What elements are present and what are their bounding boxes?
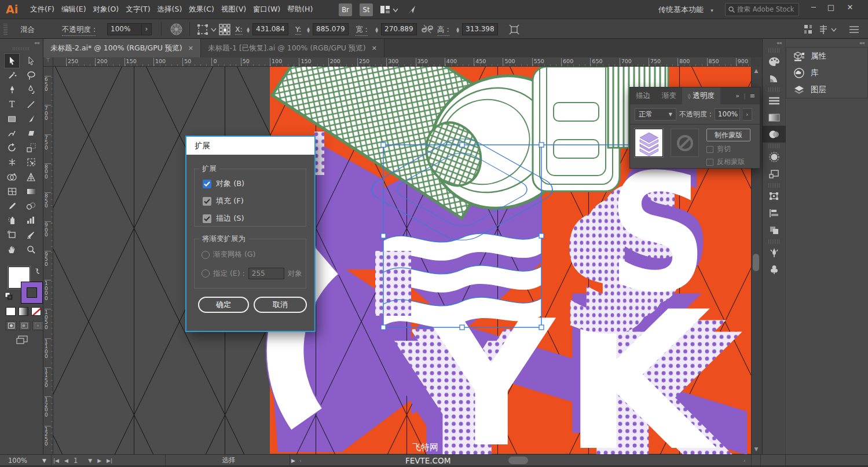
document-tab-1[interactable]: 未标题-2.ai* @ 100% (RGB/GPU 预览)✕	[43, 39, 201, 57]
perspective-grid-tool[interactable]	[24, 170, 38, 184]
free-transform-tool[interactable]	[24, 155, 38, 169]
width-tool[interactable]	[5, 155, 19, 169]
rotate-tool[interactable]	[5, 141, 19, 155]
y-field[interactable]: 885.079	[313, 23, 349, 35]
x-stepper[interactable]: ▲▼	[246, 23, 251, 35]
menu-help[interactable]: 帮助(H)	[287, 5, 313, 14]
scroll-down-icon[interactable]: ▼	[752, 446, 761, 452]
next-artboard-icon[interactable]: ▶	[97, 458, 101, 464]
pathfinder-panel-icon[interactable]	[763, 221, 786, 238]
panel-overflow-icon[interactable]: »	[735, 92, 739, 100]
width-stepper[interactable]: ▲▼	[374, 23, 379, 35]
x-label[interactable]: X:	[235, 25, 243, 35]
menu-list-icon[interactable]	[849, 24, 859, 37]
artboard-number-select[interactable]: 1▼	[74, 457, 92, 465]
eyedropper-tool[interactable]	[5, 199, 19, 213]
height-label[interactable]: 高 :	[437, 25, 449, 36]
opacity-label[interactable]: 不透明度 :	[62, 25, 96, 36]
tools-collapse-icon[interactable]: ««	[0, 39, 43, 47]
color-mode-button[interactable]	[6, 307, 16, 316]
type-tool[interactable]: T	[5, 97, 19, 111]
vertical-scroll-thumb[interactable]	[753, 254, 759, 271]
stroke-checkbox[interactable]	[203, 214, 211, 223]
menu-file[interactable]: 文件(F)	[30, 5, 54, 14]
mesh-tool[interactable]	[5, 184, 19, 198]
bridge-button[interactable]: Br	[339, 3, 352, 16]
align-panel-strip-icon[interactable]	[763, 205, 786, 221]
stroke-panel-icon[interactable]	[763, 92, 786, 109]
menu-object[interactable]: 对象(O)	[93, 5, 119, 14]
curvature-tool[interactable]	[24, 83, 38, 97]
reference-point-icon[interactable]	[219, 24, 230, 37]
minimize-button[interactable]: ─	[805, 0, 822, 15]
stroke-tab[interactable]: 描边	[630, 87, 656, 104]
layers-panel-tab[interactable]: 图层	[786, 81, 867, 98]
arrange-documents-icon[interactable]	[380, 5, 398, 16]
artboards-panel-icon[interactable]	[763, 165, 786, 182]
fill-checkbox[interactable]	[203, 197, 211, 206]
horizontal-ruler[interactable]: 2502001501005005010015020025030035040045…	[53, 57, 751, 67]
x-field[interactable]: 431.084	[252, 23, 288, 35]
y-label[interactable]: Y:	[295, 25, 301, 35]
paintbrush-tool[interactable]	[24, 112, 38, 126]
vertical-ruler[interactable]: 6507007508008509009501000105011001150120…	[43, 67, 53, 454]
ai-logo[interactable]: Ai	[6, 3, 23, 16]
blend-mode-select[interactable]: 正常▼	[635, 108, 676, 121]
swap-fill-stroke-icon[interactable]	[34, 268, 42, 276]
menu-window[interactable]: 窗口(W)	[253, 5, 280, 14]
direct-selection-tool[interactable]	[24, 54, 38, 68]
align-panel-icon[interactable]	[804, 24, 814, 37]
dock-collapse-icon[interactable]: ««	[786, 39, 868, 47]
horizontal-scrollbar[interactable]: ‹ › FEVTE.COM	[296, 455, 752, 466]
color-wheel-icon[interactable]	[170, 23, 182, 37]
scroll-right-icon[interactable]: ›	[744, 458, 746, 464]
specify-radio[interactable]	[202, 269, 210, 278]
draw-inside-button[interactable]	[32, 321, 43, 330]
zoom-level-select[interactable]: 100%▼	[5, 455, 50, 466]
ok-button[interactable]: 确定	[198, 297, 249, 313]
constrain-proportions-icon[interactable]	[422, 24, 433, 35]
hand-tool[interactable]	[5, 242, 19, 256]
transparency-panel-icon[interactable]	[763, 126, 786, 143]
panel-opacity-arrow[interactable]: ›	[743, 108, 752, 121]
scroll-left-icon[interactable]: ‹	[299, 458, 302, 464]
height-field[interactable]: 313.398	[462, 23, 498, 35]
blend-tool[interactable]	[24, 199, 38, 213]
opacity-field[interactable]: 100%	[107, 23, 142, 35]
maximize-button[interactable]: □	[823, 0, 839, 15]
symbols2-panel-icon[interactable]	[763, 261, 786, 278]
close-button[interactable]: ✕	[842, 0, 858, 15]
libraries-panel-tab[interactable]: 库	[786, 64, 867, 81]
dialog-title[interactable]: 扩展	[186, 137, 314, 155]
lasso-tool[interactable]	[24, 68, 38, 82]
document-tab-2[interactable]: 未标题-1 [已恢复].ai @ 100% (RGB/GPU 预览)✕	[201, 39, 384, 57]
stroke-swatch[interactable]	[21, 282, 43, 304]
stock-button[interactable]: St	[360, 3, 373, 16]
transform-widget-icon[interactable]	[197, 24, 217, 37]
control-bar-grip[interactable]	[3, 24, 8, 35]
make-mask-button[interactable]: 制作蒙版	[706, 129, 750, 141]
object-checkbox[interactable]	[203, 180, 211, 188]
menu-type[interactable]: 文字(T)	[126, 5, 150, 14]
width-label[interactable]: 宽 :	[356, 25, 368, 36]
share-icon[interactable]	[407, 5, 417, 17]
stock-search-input[interactable]: 搜索 Adobe Stock	[725, 3, 799, 16]
artboard-tool[interactable]	[5, 228, 19, 242]
prev-artboard-icon[interactable]: ◀	[64, 458, 68, 464]
shaper-tool[interactable]	[5, 126, 19, 140]
invert-mask-checkbox[interactable]	[706, 159, 713, 166]
ruler-origin-corner[interactable]: ⊤	[43, 57, 53, 67]
gradient-panel-icon[interactable]	[763, 109, 786, 126]
panel-menu-icon[interactable]: ≡	[750, 92, 755, 100]
symbols-panel-icon[interactable]	[763, 148, 786, 165]
screen-mode-button[interactable]	[16, 335, 28, 346]
eraser-tool[interactable]	[24, 126, 38, 140]
panel-opacity-field[interactable]: 100%	[715, 108, 740, 121]
zoom-tool[interactable]	[24, 242, 38, 256]
width-field[interactable]: 270.889	[381, 23, 417, 35]
y-stepper[interactable]: ▲▼	[306, 23, 311, 35]
height-stepper[interactable]: ▲▼	[455, 23, 460, 35]
shape-builder-tool[interactable]	[5, 170, 19, 184]
selection-tool[interactable]	[5, 54, 19, 68]
horizontal-scroll-thumb[interactable]	[508, 457, 528, 464]
